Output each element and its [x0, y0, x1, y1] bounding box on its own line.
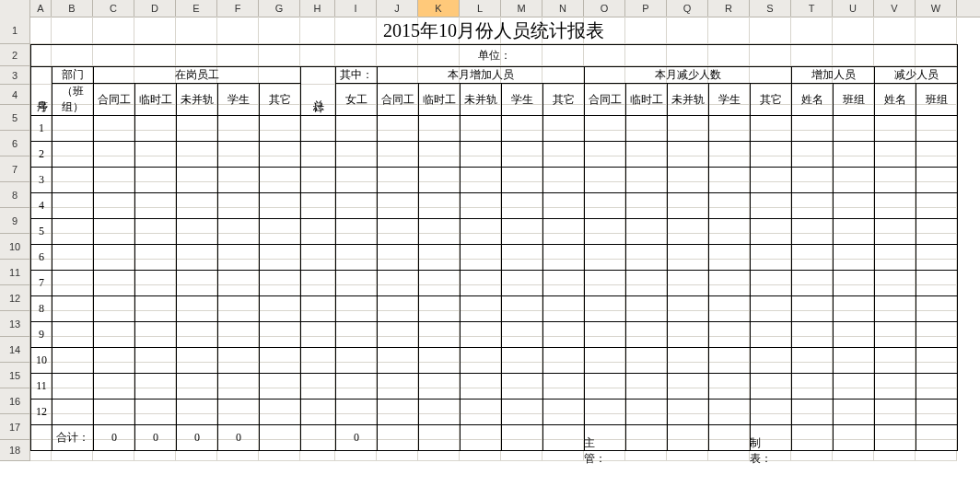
data-cell[interactable] [585, 400, 626, 425]
data-cell[interactable] [378, 322, 419, 348]
data-cell[interactable] [94, 168, 135, 193]
data-cell[interactable] [301, 116, 336, 142]
data-cell[interactable] [875, 116, 916, 142]
data-cell[interactable] [94, 219, 135, 245]
column-header-R[interactable]: R [708, 0, 750, 17]
data-cell[interactable] [585, 322, 626, 348]
data-cell[interactable] [792, 168, 834, 193]
row-seq[interactable]: 11 [31, 374, 52, 400]
data-cell[interactable] [177, 245, 218, 271]
data-cell[interactable] [135, 348, 177, 374]
row-header-4[interactable]: 4 [0, 85, 30, 105]
data-cell[interactable] [260, 296, 301, 322]
data-cell[interactable] [543, 142, 585, 168]
data-cell[interactable] [626, 193, 668, 219]
data-cell[interactable] [502, 168, 543, 193]
data-cell[interactable] [52, 168, 94, 193]
data-cell[interactable] [916, 142, 958, 168]
data-cell[interactable] [543, 116, 585, 142]
data-cell[interactable] [709, 245, 751, 271]
data-cell[interactable] [94, 142, 135, 168]
data-cell[interactable] [792, 271, 834, 296]
data-cell[interactable] [378, 193, 419, 219]
data-cell[interactable] [543, 400, 585, 425]
data-cell[interactable] [94, 245, 135, 271]
data-cell[interactable] [668, 142, 709, 168]
data-cell[interactable] [378, 116, 419, 142]
data-cell[interactable] [94, 116, 135, 142]
row-header-14[interactable]: 14 [0, 337, 30, 363]
data-cell[interactable] [218, 245, 260, 271]
data-cell[interactable] [336, 400, 378, 425]
data-cell[interactable] [585, 193, 626, 219]
data-cell[interactable] [260, 219, 301, 245]
data-cell[interactable] [135, 116, 177, 142]
data-cell[interactable] [336, 245, 378, 271]
data-cell[interactable] [834, 245, 875, 271]
data-cell[interactable] [135, 193, 177, 219]
row-seq[interactable]: 5 [31, 219, 52, 245]
data-cell[interactable] [585, 168, 626, 193]
data-cell[interactable] [461, 374, 502, 400]
data-cell[interactable] [260, 271, 301, 296]
data-cell[interactable] [834, 116, 875, 142]
data-cell[interactable] [419, 348, 461, 374]
data-cell[interactable] [135, 296, 177, 322]
data-cell[interactable] [218, 219, 260, 245]
data-cell[interactable] [260, 193, 301, 219]
data-cell[interactable] [461, 400, 502, 425]
data-cell[interactable] [301, 168, 336, 193]
data-cell[interactable] [135, 168, 177, 193]
data-cell[interactable] [378, 348, 419, 374]
data-cell[interactable] [218, 116, 260, 142]
data-cell[interactable] [52, 219, 94, 245]
data-cell[interactable] [626, 142, 668, 168]
row-header-11[interactable]: 11 [0, 260, 30, 285]
row-header-6[interactable]: 6 [0, 131, 30, 156]
data-cell[interactable] [218, 142, 260, 168]
data-cell[interactable] [792, 374, 834, 400]
row-seq[interactable]: 6 [31, 245, 52, 271]
data-cell[interactable] [135, 400, 177, 425]
data-cell[interactable] [502, 142, 543, 168]
data-cell[interactable] [751, 168, 792, 193]
data-cell[interactable] [378, 271, 419, 296]
column-header-H[interactable]: H [300, 0, 335, 17]
data-cell[interactable] [751, 116, 792, 142]
data-cell[interactable] [916, 245, 958, 271]
data-cell[interactable] [668, 296, 709, 322]
data-cell[interactable] [260, 245, 301, 271]
data-cell[interactable] [419, 142, 461, 168]
data-cell[interactable] [502, 374, 543, 400]
column-header-D[interactable]: D [134, 0, 176, 17]
data-cell[interactable] [834, 219, 875, 245]
data-cell[interactable] [336, 296, 378, 322]
data-cell[interactable] [834, 296, 875, 322]
row-header-2[interactable]: 2 [0, 44, 30, 66]
data-cell[interactable] [177, 296, 218, 322]
data-cell[interactable] [916, 193, 958, 219]
data-cell[interactable] [709, 193, 751, 219]
data-cell[interactable] [585, 348, 626, 374]
data-cell[interactable] [875, 374, 916, 400]
data-cell[interactable] [792, 116, 834, 142]
data-cell[interactable] [135, 322, 177, 348]
column-header-N[interactable]: N [542, 0, 584, 17]
data-cell[interactable] [177, 348, 218, 374]
data-cell[interactable] [834, 348, 875, 374]
row-header-3[interactable]: 3 [0, 66, 30, 85]
data-cell[interactable] [218, 193, 260, 219]
data-cell[interactable] [792, 245, 834, 271]
data-cell[interactable] [461, 168, 502, 193]
row-header-5[interactable]: 5 [0, 105, 30, 131]
data-cell[interactable] [301, 322, 336, 348]
data-cell[interactable] [709, 168, 751, 193]
data-cell[interactable] [916, 348, 958, 374]
data-cell[interactable] [52, 348, 94, 374]
data-cell[interactable] [792, 142, 834, 168]
data-cell[interactable] [336, 271, 378, 296]
column-header-M[interactable]: M [501, 0, 542, 17]
data-cell[interactable] [626, 374, 668, 400]
data-cell[interactable] [709, 219, 751, 245]
data-cell[interactable] [177, 271, 218, 296]
